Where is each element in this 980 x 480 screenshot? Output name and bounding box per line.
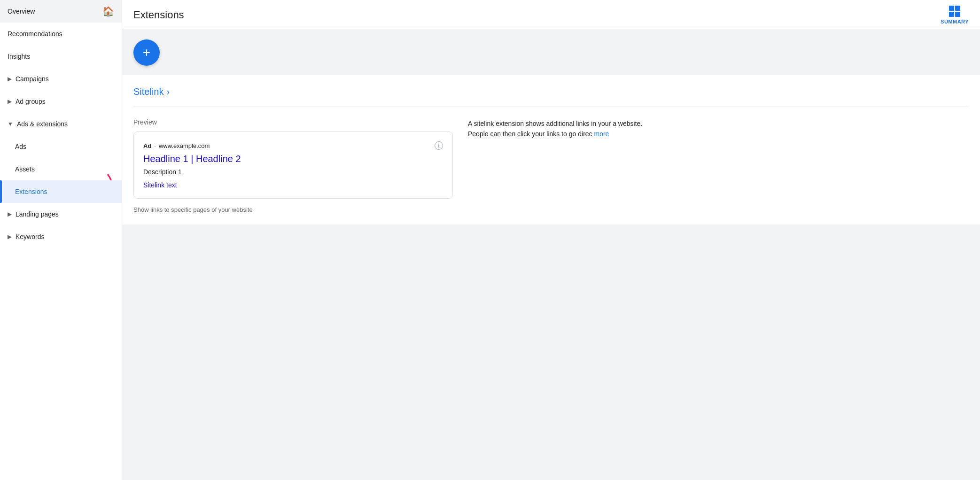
sidebar-item-insights[interactable]: Insights xyxy=(0,45,122,68)
extensions-label: Extensions xyxy=(15,188,47,195)
sitelink-title: Sitelink xyxy=(133,86,163,97)
sidebar-item-ads-extensions[interactable]: ▼ Ads & extensions xyxy=(0,113,122,135)
ad-groups-chevron: ▶ xyxy=(8,98,12,105)
campaigns-chevron: ▶ xyxy=(8,76,12,82)
description-text: A sitelink extension shows additional li… xyxy=(468,120,642,138)
page-title: Extensions xyxy=(133,9,184,21)
ad-badge: Ad xyxy=(143,142,151,149)
overview-label: Overview xyxy=(8,8,35,15)
content-area: + Sitelink › Preview Ad · xyxy=(122,30,980,480)
insights-label: Insights xyxy=(8,53,30,60)
preview-sitelink-text[interactable]: Sitelink text xyxy=(143,181,443,189)
assets-label: Assets xyxy=(15,165,35,173)
sidebar-item-campaigns[interactable]: ▶ Campaigns xyxy=(0,68,122,90)
ad-url: Ad · www.example.com xyxy=(143,142,210,149)
sidebar-item-recommendations[interactable]: Recommendations xyxy=(0,23,122,45)
sidebar-item-assets[interactable]: Assets xyxy=(0,158,122,180)
ad-url-text: www.example.com xyxy=(159,142,210,149)
sidebar-item-ads[interactable]: Ads xyxy=(0,135,122,158)
sidebar: Overview 🏠 Recommendations Insights ▶ Ca… xyxy=(0,0,122,480)
ad-groups-label: Ad groups xyxy=(16,98,46,105)
sidebar-item-landing-pages[interactable]: ▶ Landing pages xyxy=(0,203,122,225)
sitelink-chevron: › xyxy=(166,86,170,97)
ads-extensions-label: Ads & extensions xyxy=(17,120,68,128)
keywords-label: Keywords xyxy=(16,233,44,240)
add-bar: + xyxy=(122,30,980,75)
landing-pages-label: Landing pages xyxy=(16,210,59,218)
add-button[interactable]: + xyxy=(133,39,160,66)
page-header: Extensions SUMMARY xyxy=(122,0,980,30)
summary-grid-icon xyxy=(949,6,960,17)
campaigns-label: Campaigns xyxy=(16,75,49,83)
preview-card: Ad · www.example.com ℹ Headline 1 | Head… xyxy=(133,132,453,199)
card-row: Preview Ad · www.example.com ℹ Headline … xyxy=(133,107,969,213)
recommendations-label: Recommendations xyxy=(8,30,62,38)
extensions-card: Sitelink › Preview Ad · www.example.com xyxy=(122,75,980,225)
sidebar-item-keywords[interactable]: ▶ Keywords xyxy=(0,225,122,248)
add-icon: + xyxy=(143,45,150,60)
sitelink-header[interactable]: Sitelink › xyxy=(133,86,969,97)
preview-label: Preview xyxy=(133,118,453,126)
sidebar-item-overview[interactable]: Overview 🏠 xyxy=(0,0,122,23)
keywords-chevron: ▶ xyxy=(8,233,12,240)
summary-label: SUMMARY xyxy=(941,19,969,24)
ad-url-row: Ad · www.example.com ℹ xyxy=(143,141,443,150)
ad-dot: · xyxy=(154,142,156,149)
description-section: A sitelink extension shows additional li… xyxy=(468,118,656,213)
main-content: Extensions SUMMARY + Sitelink › Previ xyxy=(122,0,980,480)
info-icon[interactable]: ℹ xyxy=(435,141,443,150)
summary-button[interactable]: SUMMARY xyxy=(941,6,969,24)
ads-label: Ads xyxy=(15,143,26,150)
preview-description: Description 1 xyxy=(143,168,443,176)
sidebar-item-ad-groups[interactable]: ▶ Ad groups xyxy=(0,90,122,113)
sidebar-item-extensions[interactable]: Extensions xyxy=(0,180,122,203)
preview-headline[interactable]: Headline 1 | Headline 2 xyxy=(143,154,443,164)
preview-section: Preview Ad · www.example.com ℹ Headline … xyxy=(133,118,453,213)
home-icon: 🏠 xyxy=(102,6,114,17)
landing-pages-chevron: ▶ xyxy=(8,211,12,217)
more-link[interactable]: more xyxy=(594,130,609,138)
ads-extensions-chevron: ▼ xyxy=(8,121,13,127)
preview-footer: Show links to specific pages of your web… xyxy=(133,206,453,213)
